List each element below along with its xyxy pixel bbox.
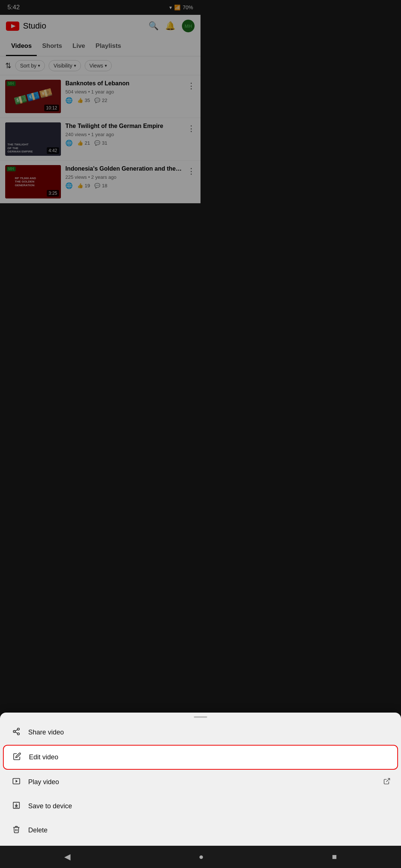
bottom-sheet-overlay[interactable]	[0, 0, 200, 434]
